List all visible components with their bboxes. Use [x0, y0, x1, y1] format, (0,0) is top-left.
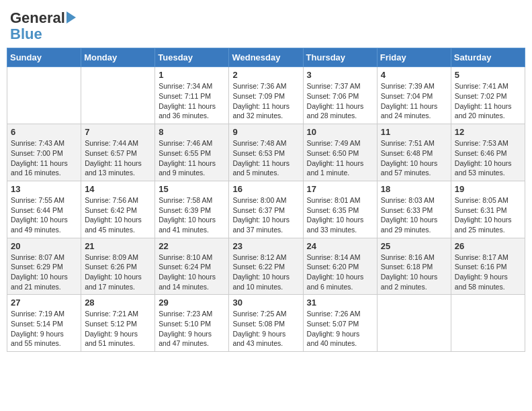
page-header: General Blue: [7, 7, 525, 42]
day-detail: Sunrise: 7:46 AM Sunset: 6:55 PM Dayligh…: [159, 138, 225, 178]
day-number: 30: [232, 298, 299, 308]
logo-text-blue: Blue: [10, 26, 42, 42]
day-number: 11: [381, 127, 447, 137]
week-row-3: 20Sunrise: 8:07 AM Sunset: 6:29 PM Dayli…: [7, 238, 525, 295]
day-number: 25: [381, 241, 447, 251]
header-friday: Friday: [377, 48, 451, 67]
day-number: 24: [307, 241, 373, 251]
day-detail: Sunrise: 8:05 AM Sunset: 6:31 PM Dayligh…: [455, 195, 521, 235]
week-row-2: 13Sunrise: 7:55 AM Sunset: 6:44 PM Dayli…: [7, 181, 525, 238]
day-number: 12: [455, 127, 521, 137]
calendar-cell: 9Sunrise: 7:48 AM Sunset: 6:53 PM Daylig…: [229, 124, 303, 181]
day-detail: Sunrise: 8:10 AM Sunset: 6:24 PM Dayligh…: [159, 253, 225, 292]
week-row-0: 1Sunrise: 7:34 AM Sunset: 7:11 PM Daylig…: [7, 67, 525, 124]
day-number: 14: [85, 184, 151, 194]
day-number: 7: [85, 127, 151, 137]
day-detail: Sunrise: 7:55 AM Sunset: 6:44 PM Dayligh…: [11, 195, 77, 235]
calendar-cell: 23Sunrise: 8:12 AM Sunset: 6:22 PM Dayli…: [229, 238, 303, 295]
day-number: 29: [159, 298, 225, 308]
day-number: 23: [232, 241, 299, 251]
day-detail: Sunrise: 7:36 AM Sunset: 7:09 PM Dayligh…: [232, 81, 299, 121]
day-number: 3: [307, 70, 373, 80]
day-number: 20: [11, 241, 77, 251]
day-detail: Sunrise: 7:39 AM Sunset: 7:04 PM Dayligh…: [381, 81, 447, 121]
calendar-cell: 27Sunrise: 7:19 AM Sunset: 5:14 PM Dayli…: [7, 295, 81, 352]
day-detail: Sunrise: 8:09 AM Sunset: 6:26 PM Dayligh…: [85, 253, 151, 292]
day-detail: Sunrise: 7:44 AM Sunset: 6:57 PM Dayligh…: [85, 138, 151, 178]
header-saturday: Saturday: [451, 48, 525, 67]
day-detail: Sunrise: 7:26 AM Sunset: 5:07 PM Dayligh…: [307, 309, 373, 349]
day-number: 16: [232, 184, 299, 194]
calendar-cell: 8Sunrise: 7:46 AM Sunset: 6:55 PM Daylig…: [155, 124, 229, 181]
day-number: 28: [85, 298, 151, 308]
calendar-cell: 30Sunrise: 7:25 AM Sunset: 5:08 PM Dayli…: [229, 295, 303, 352]
day-number: 19: [455, 184, 521, 194]
day-number: 1: [159, 70, 225, 80]
day-detail: Sunrise: 7:37 AM Sunset: 7:06 PM Dayligh…: [307, 81, 373, 121]
calendar-cell: 22Sunrise: 8:10 AM Sunset: 6:24 PM Dayli…: [155, 238, 229, 295]
calendar-cell: 19Sunrise: 8:05 AM Sunset: 6:31 PM Dayli…: [451, 181, 525, 238]
day-number: 15: [159, 184, 225, 194]
calendar-cell: 17Sunrise: 8:01 AM Sunset: 6:35 PM Dayli…: [303, 181, 377, 238]
calendar-cell: 28Sunrise: 7:21 AM Sunset: 5:12 PM Dayli…: [81, 295, 155, 352]
calendar-cell: 24Sunrise: 8:14 AM Sunset: 6:20 PM Dayli…: [303, 238, 377, 295]
header-tuesday: Tuesday: [155, 48, 229, 67]
calendar-cell: 6Sunrise: 7:43 AM Sunset: 7:00 PM Daylig…: [7, 124, 81, 181]
header-thursday: Thursday: [303, 48, 377, 67]
calendar-cell: 18Sunrise: 8:03 AM Sunset: 6:33 PM Dayli…: [377, 181, 451, 238]
day-detail: Sunrise: 7:58 AM Sunset: 6:39 PM Dayligh…: [159, 195, 225, 235]
calendar-cell: 11Sunrise: 7:51 AM Sunset: 6:48 PM Dayli…: [377, 124, 451, 181]
day-detail: Sunrise: 8:03 AM Sunset: 6:33 PM Dayligh…: [381, 195, 447, 235]
logo-text-general: General: [10, 10, 65, 26]
day-detail: Sunrise: 7:34 AM Sunset: 7:11 PM Dayligh…: [159, 81, 225, 121]
day-number: 8: [159, 127, 225, 137]
day-detail: Sunrise: 7:25 AM Sunset: 5:08 PM Dayligh…: [232, 309, 299, 349]
day-detail: Sunrise: 7:49 AM Sunset: 6:50 PM Dayligh…: [307, 138, 373, 178]
day-detail: Sunrise: 7:53 AM Sunset: 6:46 PM Dayligh…: [455, 138, 521, 178]
header-sunday: Sunday: [7, 48, 81, 67]
calendar-cell: 3Sunrise: 7:37 AM Sunset: 7:06 PM Daylig…: [303, 67, 377, 124]
calendar-cell: 15Sunrise: 7:58 AM Sunset: 6:39 PM Dayli…: [155, 181, 229, 238]
calendar-cell: 4Sunrise: 7:39 AM Sunset: 7:04 PM Daylig…: [377, 67, 451, 124]
day-number: 4: [381, 70, 447, 80]
calendar-cell: 26Sunrise: 8:17 AM Sunset: 6:16 PM Dayli…: [451, 238, 525, 295]
day-detail: Sunrise: 8:01 AM Sunset: 6:35 PM Dayligh…: [307, 195, 373, 235]
day-number: 17: [307, 184, 373, 194]
day-detail: Sunrise: 7:19 AM Sunset: 5:14 PM Dayligh…: [11, 309, 77, 349]
day-detail: Sunrise: 7:41 AM Sunset: 7:02 PM Dayligh…: [455, 81, 521, 121]
calendar-cell: 21Sunrise: 8:09 AM Sunset: 6:26 PM Dayli…: [81, 238, 155, 295]
calendar-cell: [7, 67, 81, 124]
day-number: 26: [455, 241, 521, 251]
calendar-cell: [451, 295, 525, 352]
calendar-cell: 2Sunrise: 7:36 AM Sunset: 7:09 PM Daylig…: [229, 67, 303, 124]
calendar-cell: 29Sunrise: 7:23 AM Sunset: 5:10 PM Dayli…: [155, 295, 229, 352]
calendar-cell: 31Sunrise: 7:26 AM Sunset: 5:07 PM Dayli…: [303, 295, 377, 352]
day-number: 18: [381, 184, 447, 194]
day-number: 31: [307, 298, 373, 308]
day-number: 21: [85, 241, 151, 251]
day-detail: Sunrise: 8:12 AM Sunset: 6:22 PM Dayligh…: [232, 253, 299, 292]
calendar-cell: 10Sunrise: 7:49 AM Sunset: 6:50 PM Dayli…: [303, 124, 377, 181]
calendar-cell: 25Sunrise: 8:16 AM Sunset: 6:18 PM Dayli…: [377, 238, 451, 295]
calendar-cell: [377, 295, 451, 352]
day-detail: Sunrise: 7:23 AM Sunset: 5:10 PM Dayligh…: [159, 309, 225, 349]
calendar-cell: [81, 67, 155, 124]
calendar-cell: 13Sunrise: 7:55 AM Sunset: 6:44 PM Dayli…: [7, 181, 81, 238]
calendar-cell: 7Sunrise: 7:44 AM Sunset: 6:57 PM Daylig…: [81, 124, 155, 181]
day-detail: Sunrise: 7:48 AM Sunset: 6:53 PM Dayligh…: [232, 138, 299, 178]
day-detail: Sunrise: 8:14 AM Sunset: 6:20 PM Dayligh…: [307, 253, 373, 292]
calendar-cell: 12Sunrise: 7:53 AM Sunset: 6:46 PM Dayli…: [451, 124, 525, 181]
day-number: 13: [11, 184, 77, 194]
calendar-table: SundayMondayTuesdayWednesdayThursdayFrid…: [7, 48, 525, 352]
header-monday: Monday: [81, 48, 155, 67]
logo: General Blue: [10, 10, 76, 42]
day-detail: Sunrise: 7:56 AM Sunset: 6:42 PM Dayligh…: [85, 195, 151, 235]
calendar-cell: 14Sunrise: 7:56 AM Sunset: 6:42 PM Dayli…: [81, 181, 155, 238]
day-number: 9: [232, 127, 299, 137]
calendar-cell: 1Sunrise: 7:34 AM Sunset: 7:11 PM Daylig…: [155, 67, 229, 124]
calendar-cell: 16Sunrise: 8:00 AM Sunset: 6:37 PM Dayli…: [229, 181, 303, 238]
day-number: 2: [232, 70, 299, 80]
header-wednesday: Wednesday: [229, 48, 303, 67]
calendar-cell: 5Sunrise: 7:41 AM Sunset: 7:02 PM Daylig…: [451, 67, 525, 124]
day-number: 10: [307, 127, 373, 137]
